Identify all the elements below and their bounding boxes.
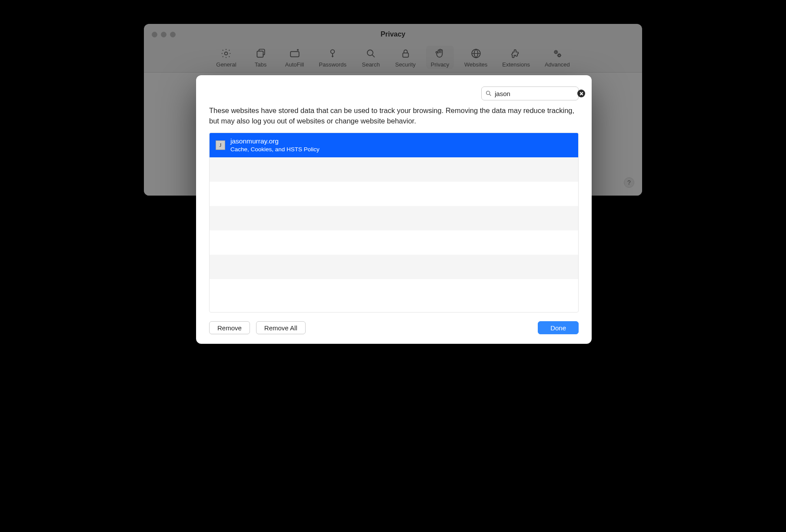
hand-icon: [433, 47, 446, 60]
tab-websites[interactable]: Websites: [460, 46, 492, 69]
site-data-types: Cache, Cookies, and HSTS Policy: [230, 146, 320, 153]
tabs-icon: [254, 47, 267, 60]
svg-rect-1: [257, 51, 263, 57]
site-domain: jasonmurray.org: [230, 137, 320, 146]
remove-button[interactable]: Remove: [209, 321, 250, 334]
website-data-sheet: These websites have stored data that can…: [196, 75, 592, 344]
tab-extensions[interactable]: Extensions: [498, 46, 534, 69]
gear-icon: [220, 47, 233, 60]
help-button[interactable]: ?: [624, 177, 634, 188]
globe-icon: [470, 47, 483, 60]
list-item-empty: [210, 206, 578, 230]
svg-point-9: [486, 91, 490, 95]
remove-all-button[interactable]: Remove All: [256, 321, 306, 334]
key-icon: [326, 47, 339, 60]
titlebar: Privacy: [144, 24, 642, 45]
svg-rect-5: [403, 53, 408, 57]
close-icon: [580, 92, 583, 96]
list-item-empty: [210, 182, 578, 206]
description-text: These websites have stored data that can…: [209, 106, 579, 126]
tab-tabs[interactable]: Tabs: [247, 46, 275, 69]
window-title: Privacy: [144, 30, 642, 38]
svg-rect-2: [290, 52, 299, 57]
svg-point-8: [558, 54, 560, 57]
list-item-empty: [210, 255, 578, 279]
search-icon: [364, 47, 377, 60]
svg-point-4: [367, 50, 373, 56]
favicon: J: [216, 140, 225, 150]
tab-autofill[interactable]: AutoFill: [281, 46, 309, 69]
search-input[interactable]: [495, 90, 577, 97]
list-item-empty: [210, 157, 578, 182]
tab-passwords[interactable]: Passwords: [315, 46, 351, 69]
list-item-empty: [210, 279, 578, 303]
done-button[interactable]: Done: [538, 321, 579, 334]
clear-search-button[interactable]: [577, 90, 585, 97]
tab-security[interactable]: Security: [391, 46, 420, 69]
tab-privacy[interactable]: Privacy: [426, 46, 454, 69]
gears-icon: [551, 47, 564, 60]
lock-icon: [399, 47, 412, 60]
preferences-toolbar: General Tabs AutoFill Passwords Search S…: [144, 45, 642, 73]
svg-point-0: [225, 52, 228, 55]
svg-point-3: [331, 50, 335, 53]
search-field-container[interactable]: [481, 86, 579, 100]
sheet-footer: Remove Remove All Done: [209, 313, 579, 334]
search-icon: [485, 90, 492, 97]
tab-advanced[interactable]: Advanced: [540, 46, 574, 69]
tab-search[interactable]: Search: [357, 46, 385, 69]
website-data-list[interactable]: J jasonmurray.org Cache, Cookies, and HS…: [209, 133, 579, 313]
list-item-empty: [210, 230, 578, 255]
puzzle-icon: [510, 47, 523, 60]
svg-point-7: [555, 51, 557, 53]
tab-general[interactable]: General: [212, 46, 240, 69]
autofill-icon: [288, 47, 301, 60]
list-item[interactable]: J jasonmurray.org Cache, Cookies, and HS…: [210, 133, 578, 157]
